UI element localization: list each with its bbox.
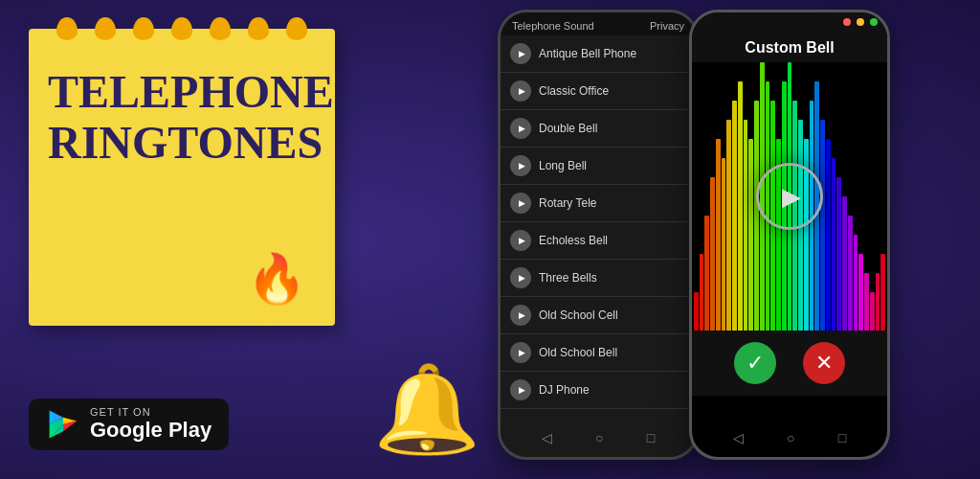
- ringtone-name: Antique Bell Phone: [539, 47, 636, 60]
- tape-hole: [210, 17, 231, 40]
- phone2-header: [692, 12, 887, 32]
- eq-bar: [732, 101, 737, 331]
- ringtone-name: Old School Cell: [539, 308, 618, 322]
- player-title: Custom Bell: [692, 32, 887, 62]
- tape-hole: [248, 17, 269, 40]
- action-buttons: ✓ ✕: [692, 331, 887, 396]
- eq-bar: [710, 177, 715, 331]
- tape-holes: [29, 17, 335, 40]
- list-item[interactable]: Classic Office: [501, 73, 696, 110]
- list-item[interactable]: DJ Phone: [501, 372, 696, 409]
- eq-bar: [754, 101, 759, 331]
- eq-bar: [880, 254, 885, 331]
- phone2-bottom-bar: ◁ ○ □: [692, 426, 887, 449]
- phone-home-btn[interactable]: ○: [595, 430, 603, 445]
- eq-bar: [748, 139, 753, 331]
- tape-hole: [171, 17, 192, 40]
- ringtone-name: Echoless Bell: [539, 234, 608, 247]
- eq-bar: [876, 273, 880, 331]
- eq-bar: [842, 196, 847, 331]
- ringtone-name: Classic Office: [539, 84, 609, 98]
- play-btn-small[interactable]: [510, 267, 531, 288]
- tape-hole: [56, 17, 78, 40]
- eq-bar: [826, 139, 831, 331]
- ringtone-name: Rotary Tele: [539, 196, 596, 210]
- eq-bar: [744, 120, 748, 331]
- tape-hole: [286, 17, 307, 40]
- eq-bar: [864, 273, 869, 331]
- dot-green: [870, 18, 878, 26]
- eq-bar: [854, 235, 858, 331]
- eq-bar: [726, 120, 731, 331]
- eq-bar: [832, 158, 836, 331]
- equalizer: [692, 62, 887, 331]
- phone2-recents-btn[interactable]: □: [838, 430, 846, 445]
- google-play-button[interactable]: GET IT ON Google Play: [29, 399, 229, 450]
- ringtone-name: Long Bell: [539, 159, 587, 172]
- phone-list-screen: Telephone Sound Privacy Antique Bell Pho…: [501, 12, 696, 457]
- list-item[interactable]: Old School Cell: [501, 297, 696, 334]
- phone2-home-btn[interactable]: ○: [787, 430, 794, 445]
- eq-bar: [704, 216, 709, 331]
- phone-list: Telephone Sound Privacy Antique Bell Pho…: [498, 10, 699, 460]
- play-btn-small[interactable]: [510, 342, 531, 363]
- play-btn-small[interactable]: [510, 118, 531, 139]
- eq-bar: [858, 254, 863, 331]
- tape-hole: [133, 17, 154, 40]
- eq-bar: [694, 292, 699, 331]
- fire-icon: 🔥: [247, 251, 306, 307]
- eq-bar: [722, 158, 726, 331]
- cancel-button[interactable]: ✕: [803, 342, 845, 384]
- google-play-text: GET IT ON Google Play: [90, 406, 212, 443]
- play-btn-small[interactable]: [510, 43, 531, 64]
- phone-recents-btn[interactable]: □: [647, 430, 655, 445]
- phone1-bottom-bar: ◁ ○ □: [501, 426, 696, 449]
- list-item[interactable]: Rotary Tele: [501, 185, 696, 222]
- phone1-header: Telephone Sound Privacy: [501, 12, 696, 35]
- sticky-note: TELEPHONE RINGTONES 🔥: [29, 29, 335, 326]
- eq-bar: [836, 177, 841, 331]
- play-btn-small[interactable]: [510, 379, 531, 400]
- list-item[interactable]: Old School Bell: [501, 334, 696, 372]
- play-btn-small[interactable]: [510, 155, 531, 176]
- ringtone-name: Double Bell: [539, 122, 597, 135]
- list-item[interactable]: Three Bells: [501, 260, 696, 297]
- list-item[interactable]: Long Bell: [501, 148, 696, 185]
- google-play-logo: [46, 407, 80, 442]
- ringtone-name: Three Bells: [539, 271, 597, 285]
- play-btn-small[interactable]: [510, 193, 531, 214]
- list-item[interactable]: Double Bell: [501, 110, 696, 148]
- phone1-header-left: Telephone Sound: [512, 20, 594, 32]
- list-item[interactable]: Echoless Bell: [501, 222, 696, 260]
- phone2-screen: Custom Bell ✓ ✕ ◁ ○ □: [692, 12, 887, 457]
- tape-hole: [95, 17, 116, 40]
- ringtone-list: Antique Bell Phone Classic Office Double…: [501, 35, 696, 409]
- eq-bar: [738, 81, 743, 331]
- play-btn-small[interactable]: [510, 230, 531, 251]
- list-item[interactable]: Antique Bell Phone: [501, 35, 696, 73]
- eq-bar: [848, 216, 853, 331]
- phone1-header-right: Privacy: [650, 20, 684, 32]
- play-btn-small[interactable]: [510, 80, 531, 102]
- eq-bar: [820, 120, 825, 331]
- play-btn-small[interactable]: [510, 305, 531, 326]
- dot-red: [843, 18, 851, 26]
- phone2-back-btn[interactable]: ◁: [733, 430, 744, 445]
- ringtone-name: Old School Bell: [539, 346, 617, 359]
- phone-player: Custom Bell ✓ ✕ ◁ ○ □: [689, 10, 890, 460]
- eq-bar: [700, 254, 704, 331]
- eq-bar: [716, 139, 721, 331]
- ringtone-name: DJ Phone: [539, 383, 590, 397]
- confirm-button[interactable]: ✓: [734, 342, 776, 384]
- dot-yellow: [857, 18, 864, 26]
- phone-back-btn[interactable]: ◁: [542, 430, 552, 445]
- play-button[interactable]: [756, 163, 823, 230]
- eq-bar: [870, 292, 875, 331]
- app-title: TELEPHONE RINGTONES: [48, 67, 316, 169]
- bell-icon: 🔔: [373, 359, 480, 460]
